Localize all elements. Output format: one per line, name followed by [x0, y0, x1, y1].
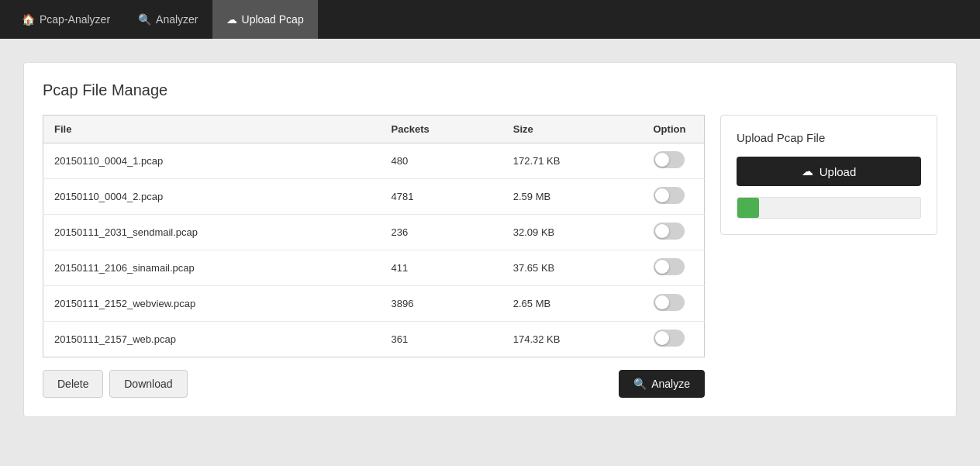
toggle-track: [654, 223, 685, 240]
table-row: 20150110_0004_2.pcap47812.59 MB: [43, 179, 705, 215]
cell-file: 20150111_2152_webview.pcap: [43, 286, 381, 322]
analyze-button[interactable]: 🔍 Analyze: [619, 370, 705, 398]
cell-size: 172.71 KB: [502, 143, 643, 179]
table-row: 20150110_0004_1.pcap480172.71 KB: [43, 143, 705, 179]
col-header-option: Option: [643, 116, 705, 143]
upload-title: Upload Pcap File: [737, 131, 921, 144]
search-icon: 🔍: [138, 13, 151, 26]
cell-packets: 411: [381, 250, 502, 286]
upload-panel: Upload Pcap File ☁ Upload: [720, 115, 937, 398]
nav-item-upload-pcap[interactable]: ☁ Upload Pcap: [212, 0, 318, 39]
toggle-track: [654, 294, 685, 311]
cell-option: [643, 286, 705, 322]
toggle-thumb: [655, 295, 669, 309]
upload-card: Upload Pcap File ☁ Upload: [720, 115, 937, 235]
toggle-track: [654, 330, 685, 347]
toggle-track: [654, 187, 685, 204]
toggle-switch[interactable]: [654, 258, 685, 275]
toggle-thumb: [655, 188, 669, 202]
toggle-thumb: [655, 153, 669, 167]
nav-label-pcap-analyzer: Pcap-Analyzer: [40, 13, 110, 26]
cell-file: 20150111_2106_sinamail.pcap: [43, 250, 381, 286]
page-title: Pcap File Manage: [43, 81, 937, 99]
cell-option: [643, 215, 705, 250]
analyze-label: Analyze: [651, 378, 690, 390]
toggle-track: [654, 258, 685, 275]
main-layout: File Packets Size Option 20150110_0004_1…: [43, 115, 937, 398]
progress-bar-container: [737, 197, 921, 219]
toggle-switch[interactable]: [654, 187, 685, 204]
cell-size: 2.65 MB: [502, 286, 643, 322]
table-row: 20150111_2031_sendmail.pcap23632.09 KB: [43, 215, 705, 250]
main-card: Pcap File Manage File Packets Size Optio…: [23, 62, 957, 417]
table-header: File Packets Size Option: [43, 116, 705, 143]
cell-option: [643, 179, 705, 215]
cell-packets: 480: [381, 143, 502, 179]
toggle-thumb: [655, 331, 669, 345]
page-content: Pcap File Manage File Packets Size Optio…: [0, 39, 980, 440]
cell-size: 32.09 KB: [502, 215, 643, 250]
cell-option: [643, 322, 705, 357]
progress-bar-fill: [737, 198, 759, 218]
nav-label-analyzer: Analyzer: [156, 13, 198, 26]
toggle-switch[interactable]: [654, 151, 685, 168]
cell-file: 20150111_2157_web.pcap: [43, 322, 381, 357]
analyze-icon: 🔍: [633, 378, 647, 390]
cell-file: 20150110_0004_2.pcap: [43, 179, 381, 215]
home-icon: 🏠: [22, 13, 35, 26]
col-header-packets: Packets: [381, 116, 502, 143]
toggle-track: [654, 151, 685, 168]
nav-label-upload-pcap: Upload Pcap: [242, 13, 304, 26]
cell-option: [643, 143, 705, 179]
cell-size: 174.32 KB: [502, 322, 643, 357]
toggle-switch[interactable]: [654, 294, 685, 311]
delete-label: Delete: [57, 378, 88, 390]
table-row: 20150111_2157_web.pcap361174.32 KB: [43, 322, 705, 357]
file-table: File Packets Size Option 20150110_0004_1…: [43, 115, 705, 357]
table-section: File Packets Size Option 20150110_0004_1…: [43, 115, 705, 398]
table-body: 20150110_0004_1.pcap480172.71 KB20150110…: [43, 143, 705, 357]
cell-file: 20150111_2031_sendmail.pcap: [43, 215, 381, 250]
cell-option: [643, 250, 705, 286]
upload-button-label: Upload: [820, 165, 857, 178]
action-row: Delete Download 🔍 Analyze: [43, 370, 705, 398]
cell-packets: 361: [381, 322, 502, 357]
toggle-switch[interactable]: [654, 223, 685, 240]
download-button[interactable]: Download: [109, 370, 187, 398]
col-header-file: File: [43, 116, 381, 143]
nav-item-analyzer[interactable]: 🔍 Analyzer: [124, 0, 212, 39]
cell-size: 37.65 KB: [502, 250, 643, 286]
toggle-thumb: [655, 260, 669, 274]
cell-file: 20150110_0004_1.pcap: [43, 143, 381, 179]
navbar: 🏠 Pcap-Analyzer 🔍 Analyzer ☁ Upload Pcap: [0, 0, 980, 39]
cloud-icon: ☁: [226, 13, 237, 26]
cell-size: 2.59 MB: [502, 179, 643, 215]
upload-button[interactable]: ☁ Upload: [737, 157, 921, 186]
cell-packets: 236: [381, 215, 502, 250]
toggle-thumb: [655, 224, 669, 238]
delete-button[interactable]: Delete: [43, 370, 103, 398]
upload-cloud-icon: ☁: [802, 164, 813, 178]
cell-packets: 4781: [381, 179, 502, 215]
cell-packets: 3896: [381, 286, 502, 322]
toggle-switch[interactable]: [654, 330, 685, 347]
col-header-size: Size: [502, 116, 643, 143]
nav-item-pcap-analyzer[interactable]: 🏠 Pcap-Analyzer: [8, 0, 124, 39]
table-row: 20150111_2106_sinamail.pcap41137.65 KB: [43, 250, 705, 286]
table-row: 20150111_2152_webview.pcap38962.65 MB: [43, 286, 705, 322]
download-label: Download: [124, 378, 172, 390]
